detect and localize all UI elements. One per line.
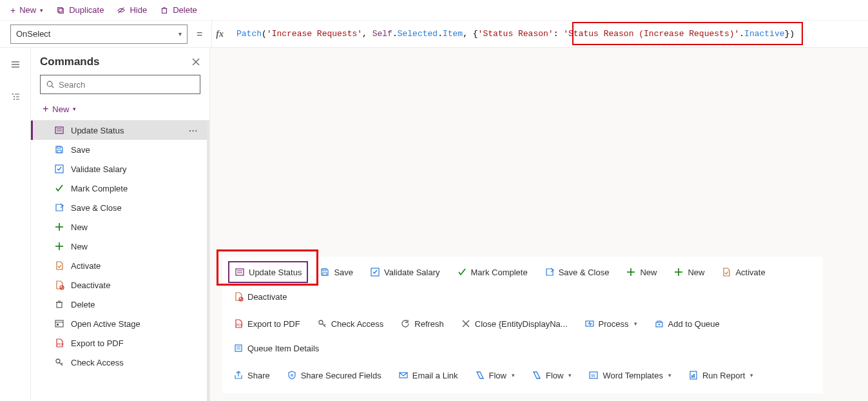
command-label: Flow [546, 371, 563, 380]
svg-point-13 [14, 99, 15, 100]
svg-rect-72 [693, 374, 695, 378]
fx-icon[interactable]: fx [211, 21, 227, 47]
commands-panel: Commands + New ▾ Update Status ··· [31, 48, 210, 401]
delete-button[interactable]: Delete [155, 3, 202, 17]
command-button[interactable]: Process▾ [579, 313, 642, 335]
tree-item[interactable]: Delete ··· [31, 295, 207, 314]
tree-item-label: Update Status [71, 126, 124, 135]
duplicate-label: Duplicate [69, 5, 104, 15]
tree-item[interactable]: New ··· [31, 217, 207, 237]
panel-new-button[interactable]: + New ▾ [31, 99, 209, 121]
activate-icon [54, 260, 64, 271]
command-button[interactable]: Save & Close [539, 261, 615, 283]
command-button[interactable]: Share [228, 364, 275, 386]
tree-item[interactable]: Update Status ··· [31, 121, 207, 140]
command-label: New [688, 268, 704, 277]
deactivate-icon [54, 280, 64, 290]
save-icon [54, 144, 64, 155]
property-selector[interactable]: OnSelect ▾ [10, 24, 188, 44]
command-button[interactable]: Queue Item Details [228, 337, 324, 359]
plus-icon [54, 222, 64, 232]
command-button[interactable]: W Word Templates▾ [583, 364, 676, 386]
svg-rect-23 [57, 150, 61, 153]
new-button[interactable]: + New ▾ [5, 3, 48, 18]
command-label: Share Secured Fields [301, 371, 381, 380]
pdf-icon: PDF [233, 318, 244, 329]
chevron-down-icon: ▾ [750, 372, 753, 378]
duplicate-icon [56, 6, 65, 15]
save-icon [320, 267, 330, 277]
command-button[interactable]: Mark Complete [452, 261, 533, 283]
tree-item[interactable]: Deactivate ··· [31, 275, 207, 295]
command-label: Run Report [702, 371, 745, 380]
tree-item-label: Save & Close [71, 203, 122, 213]
pdf-icon: PDF [54, 338, 64, 348]
svg-line-40 [61, 363, 63, 364]
search-input-wrap[interactable] [40, 75, 200, 94]
command-button[interactable]: New [621, 261, 662, 283]
svg-text:PDF: PDF [236, 323, 243, 327]
command-label: Process [599, 319, 629, 329]
command-label: Queue Item Details [247, 344, 319, 353]
formula-bar: OnSelect ▾ = fx Patch('Increase Requests… [0, 21, 868, 48]
command-button[interactable]: Run Report▾ [683, 364, 758, 386]
new-label: New [19, 5, 36, 15]
tree-item[interactable]: Check Access ··· [31, 353, 207, 372]
hamburger-icon[interactable] [5, 54, 26, 75]
command-button[interactable]: Flow▾ [470, 364, 520, 386]
command-button[interactable]: Save [314, 261, 358, 283]
tree-item[interactable]: New ··· [31, 237, 207, 256]
refresh-icon [400, 318, 410, 329]
flow-icon [532, 370, 542, 380]
tree-item[interactable]: Activate ··· [31, 256, 207, 275]
command-button[interactable]: Activate [716, 261, 770, 283]
command-button[interactable]: PDF Export to PDF [228, 313, 305, 335]
command-button[interactable]: Flow▾ [526, 364, 577, 386]
hide-label: Hide [130, 5, 147, 15]
command-label: Activate [735, 268, 765, 277]
tree-item[interactable]: Mark Complete ··· [31, 179, 207, 198]
command-button[interactable]: Deactivate [228, 286, 292, 308]
tree-item[interactable]: Open Active Stage ··· [31, 314, 207, 333]
svg-rect-71 [691, 375, 693, 378]
chevron-down-icon: ▾ [512, 372, 515, 378]
stage-icon [54, 318, 64, 329]
queue-icon [654, 318, 664, 329]
command-button[interactable]: Add to Queue [649, 313, 725, 335]
commands-tree[interactable]: Update Status ··· Save ··· Validate Sala… [31, 121, 209, 401]
command-button[interactable]: Email a Link [393, 364, 463, 386]
command-label: Save & Close [559, 268, 610, 277]
tree-item-label: Deactivate [71, 280, 110, 290]
tree-item[interactable]: PDF Export to PDF ··· [31, 333, 207, 353]
close-panel-button[interactable] [191, 57, 200, 66]
duplicate-button[interactable]: Duplicate [51, 3, 109, 17]
command-button[interactable]: New [668, 261, 709, 283]
tree-item[interactable]: Save ··· [31, 140, 207, 159]
formula-input[interactable]: Patch('Increase Requests', Self.Selected… [234, 29, 863, 39]
mail-icon [398, 370, 409, 380]
command-label: Email a Link [412, 371, 458, 380]
command-button[interactable]: Update Status [228, 261, 308, 283]
hide-button[interactable]: Hide [111, 3, 152, 17]
tree-item-label: New [71, 222, 88, 232]
panel-new-label: New [52, 104, 69, 114]
tree-item[interactable]: Validate Salary ··· [31, 159, 207, 179]
command-label: New [640, 268, 657, 277]
tree-view-icon[interactable] [5, 86, 26, 107]
key-icon [317, 318, 327, 329]
command-button[interactable]: Check Access [312, 313, 389, 335]
shield-icon [287, 370, 297, 380]
command-button[interactable]: Close {EntityDisplayNa... [456, 313, 573, 335]
search-input[interactable] [59, 80, 195, 90]
command-button[interactable]: Refresh [395, 313, 449, 335]
command-label: Share [247, 371, 270, 380]
plus-icon [673, 267, 684, 277]
svg-rect-3 [162, 8, 167, 13]
svg-rect-36 [57, 324, 59, 326]
more-icon[interactable]: ··· [189, 126, 198, 135]
command-button[interactable]: Share Secured Fields [282, 364, 387, 386]
command-button[interactable]: Validate Salary [365, 261, 445, 283]
saveclose-icon [54, 202, 64, 213]
svg-rect-19 [55, 127, 63, 133]
tree-item[interactable]: Save & Close ··· [31, 198, 207, 217]
